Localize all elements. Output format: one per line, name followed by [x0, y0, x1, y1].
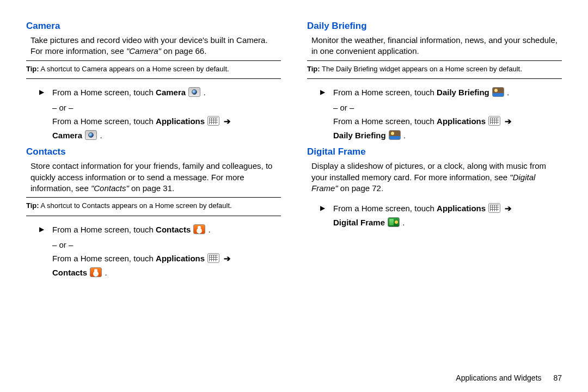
tip-text: A shortcut to Contacts appears on a Home… — [39, 201, 232, 210]
arrow-icon: ➔ — [224, 252, 231, 266]
tip-text: The Daily Briefing widget appears on a H… — [320, 65, 522, 73]
step-text: From a Home screen, touch — [52, 254, 156, 263]
briefing-step-home: From a Home screen, touch Daily Briefing… — [320, 85, 562, 100]
arrow-icon: ➔ — [505, 201, 512, 216]
period: . — [201, 88, 205, 97]
camera-step-apps: From a Home screen, touch Applications ➔… — [39, 114, 281, 142]
or-line: – or – — [39, 101, 281, 115]
frame-heading: Digital Frame — [307, 146, 562, 157]
step-text: From a Home screen, touch — [52, 88, 156, 97]
briefing-step-apps: From a Home screen, touch Applications ➔… — [320, 114, 562, 142]
briefing-label: Daily Briefing — [437, 88, 489, 97]
period: . — [401, 131, 406, 140]
contacts-label: Contacts — [156, 225, 191, 234]
frame-desc-post: on page 72. — [338, 183, 383, 193]
frame-label: Digital Frame — [333, 218, 385, 227]
arrow-icon: ➔ — [505, 114, 512, 128]
camera-description: Take pictures and record video with your… — [26, 35, 281, 57]
frame-step-apps: From a Home screen, touch Applications ➔… — [320, 201, 562, 229]
step-text: From a Home screen, touch — [333, 88, 437, 97]
contacts-label: Contacts — [52, 268, 87, 277]
separator — [307, 60, 562, 61]
briefing-heading: Daily Briefing — [307, 21, 562, 32]
left-column: Camera Take pictures and record video wi… — [26, 20, 281, 366]
applications-label: Applications — [156, 254, 205, 263]
applications-icon — [488, 116, 500, 126]
applications-icon — [488, 203, 500, 213]
briefing-label: Daily Briefing — [333, 131, 386, 140]
contacts-ref: "Contacts" — [91, 183, 129, 193]
or-line: – or – — [39, 238, 281, 252]
page-footer: Applications and Widgets 87 — [26, 366, 562, 382]
applications-label: Applications — [156, 117, 205, 126]
step-text: From a Home screen, touch — [52, 117, 156, 126]
camera-icon — [188, 87, 200, 97]
applications-icon — [207, 253, 219, 263]
applications-label: Applications — [437, 204, 486, 213]
period: . — [97, 131, 102, 140]
or-line: – or – — [320, 101, 562, 115]
briefing-tip: Tip: The Daily Briefing widget appears o… — [307, 63, 562, 76]
two-column-layout: Camera Take pictures and record video wi… — [26, 20, 562, 366]
camera-desc-post: on page 66. — [161, 46, 206, 56]
contacts-description: Store contact information for your frien… — [26, 161, 281, 194]
camera-ref: "Camera" — [126, 46, 161, 56]
contacts-step-apps: From a Home screen, touch Applications ➔… — [39, 252, 281, 279]
contacts-heading: Contacts — [26, 146, 281, 157]
camera-heading: Camera — [26, 21, 281, 32]
tip-label: Tip: — [26, 201, 39, 210]
period: . — [206, 225, 210, 234]
camera-icon — [85, 130, 97, 140]
step-text: From a Home screen, touch — [333, 204, 437, 213]
daily-briefing-icon — [492, 87, 504, 97]
step-text: From a Home screen, touch — [52, 225, 156, 234]
footer-section: Applications and Widgets — [456, 373, 541, 382]
period: . — [400, 218, 405, 227]
tip-label: Tip: — [26, 65, 39, 73]
arrow-icon: ➔ — [224, 114, 231, 128]
step-text: From a Home screen, touch — [333, 117, 437, 126]
footer-page-number: 87 — [553, 373, 562, 382]
separator — [307, 78, 562, 79]
period: . — [102, 268, 107, 277]
separator — [26, 216, 281, 216]
period: . — [505, 88, 509, 97]
daily-briefing-icon — [389, 130, 401, 140]
frame-description: Display a slideshow of pictures, or a cl… — [307, 161, 562, 194]
contacts-icon — [90, 267, 102, 277]
camera-label: Camera — [52, 131, 82, 140]
applications-label: Applications — [437, 117, 486, 126]
contacts-tip: Tip: A shortcut to Contacts appears on a… — [26, 200, 281, 212]
digital-frame-icon — [388, 217, 400, 227]
camera-label: Camera — [156, 88, 186, 97]
briefing-description: Monitor the weather, financial informati… — [307, 35, 562, 57]
contacts-icon — [193, 224, 205, 234]
frame-steps: From a Home screen, touch Applications ➔… — [307, 197, 562, 232]
camera-tip: Tip: A shortcut to Camera appears on a H… — [26, 63, 281, 76]
tip-label: Tip: — [307, 65, 320, 73]
separator — [26, 197, 281, 198]
contacts-steps: From a Home screen, touch Contacts . – o… — [26, 218, 281, 283]
separator — [26, 78, 281, 79]
contacts-desc-post: on page 31. — [129, 183, 174, 193]
tip-text: A shortcut to Camera appears on a Home s… — [39, 65, 229, 73]
camera-step-home: From a Home screen, touch Camera . — [39, 85, 281, 100]
separator — [26, 60, 281, 61]
camera-steps: From a Home screen, touch Camera . – or … — [26, 81, 281, 145]
briefing-steps: From a Home screen, touch Daily Briefing… — [307, 81, 562, 145]
applications-icon — [207, 116, 219, 126]
contacts-step-home: From a Home screen, touch Contacts . — [39, 223, 281, 237]
right-column: Daily Briefing Monitor the weather, fina… — [307, 20, 562, 366]
